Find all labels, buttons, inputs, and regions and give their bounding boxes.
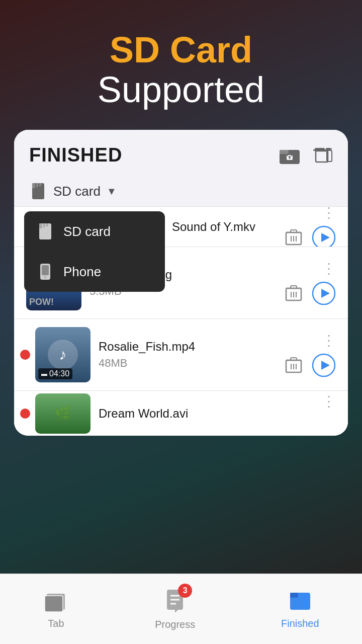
svg-rect-15 [32,183,35,188]
location-dropdown[interactable]: SD card Phone [24,211,165,292]
sd-card-icon [29,182,47,200]
tab-label: Tab [48,618,64,629]
dropdown-sdcard-label: SD card [63,224,111,239]
svg-rect-17 [39,183,41,186]
svg-point-24 [44,276,46,278]
file-actions-2: ⋮ [284,260,336,305]
svg-rect-20 [43,223,45,227]
file-actions-4: ⋮ [322,391,336,436]
progress-label: Progress [155,619,195,630]
progress-badge: 3 [178,584,192,598]
header-title-orange: SD Card [10,30,352,70]
svg-rect-19 [39,223,42,228]
svg-rect-43 [291,358,297,360]
svg-marker-48 [321,361,330,370]
file-item-4: 🌿 Dream World.avi ⋮ [14,390,348,436]
red-dot-3 [20,350,30,360]
dropdown-item-sdcard[interactable]: SD card [24,211,165,252]
file-name-3: Rosalie_Fish.mp4 [99,340,276,354]
chevron-down-icon: ▼ [107,186,117,197]
nav-item-progress[interactable]: 3 Progress [155,588,195,630]
delete-btn-1[interactable] [284,227,304,247]
location-bar[interactable]: SD card ▼ SD card Phone [14,176,348,206]
header: SD Card Supported [0,0,362,130]
file-actions-3: ⋮ [284,332,336,377]
red-dot-4 [20,409,30,419]
file-name-4: Dream World.avi [99,407,314,421]
more-icon-2[interactable]: ⋮ [322,260,336,277]
file-thumb-4: 🌿 [35,393,90,434]
finished-icon [287,589,313,615]
header-title-white: Supported [10,70,352,110]
bottom-nav: Tab 3 Progress Finished [0,574,362,644]
svg-rect-23 [42,265,49,275]
file-info-3: Rosalie_Fish.mp4 48MB [99,340,276,370]
svg-rect-35 [291,286,297,288]
file-size-3: 48MB [99,357,276,370]
more-icon-1[interactable]: ⋮ [322,206,336,221]
delete-btn-3[interactable] [284,355,304,375]
svg-rect-50 [45,596,63,612]
video-duration-3: ▬ 04:30 [38,368,72,379]
dropdown-phone-icon [36,263,54,281]
file-name-1: Sound of Y.mkv [172,220,255,233]
dropdown-phone-label: Phone [63,264,101,280]
svg-rect-16 [36,183,38,187]
more-icon-4[interactable]: ⋮ [322,393,336,410]
tab-icon [43,589,69,615]
folder-lock-icon[interactable] [279,144,301,166]
location-label: SD card [53,184,101,199]
svg-rect-27 [291,230,297,232]
play-btn-1[interactable] [312,225,336,247]
svg-marker-40 [321,289,330,298]
delete-btn-2[interactable] [284,283,304,303]
file-item-3: ♪ ▬ 04:30 Rosalie_Fish.mp4 48MB ⋮ [14,318,348,390]
svg-rect-56 [290,593,298,598]
card-title: FINISHED [29,144,122,166]
main-card: FINISHED [14,130,348,436]
card-header: FINISHED [14,130,348,176]
nav-item-finished[interactable]: Finished [281,589,319,629]
svg-rect-21 [46,223,48,226]
svg-rect-1 [280,150,289,154]
finished-label: Finished [281,618,319,629]
file-thumb-3: ♪ ▬ 04:30 [35,327,90,382]
more-icon-3[interactable]: ⋮ [322,332,336,349]
file-info-4: Dream World.avi [99,407,314,421]
nav-item-tab[interactable]: Tab [43,589,69,629]
play-btn-3[interactable] [312,353,336,377]
card-header-icons [279,144,333,166]
file-actions-1: ⋮ [284,206,336,247]
svg-rect-4 [289,157,290,159]
delete-list-icon[interactable] [311,144,333,166]
dropdown-item-phone[interactable]: Phone [24,252,165,292]
play-btn-2[interactable] [312,281,336,305]
dropdown-sd-icon [36,222,54,240]
svg-marker-32 [321,233,330,242]
